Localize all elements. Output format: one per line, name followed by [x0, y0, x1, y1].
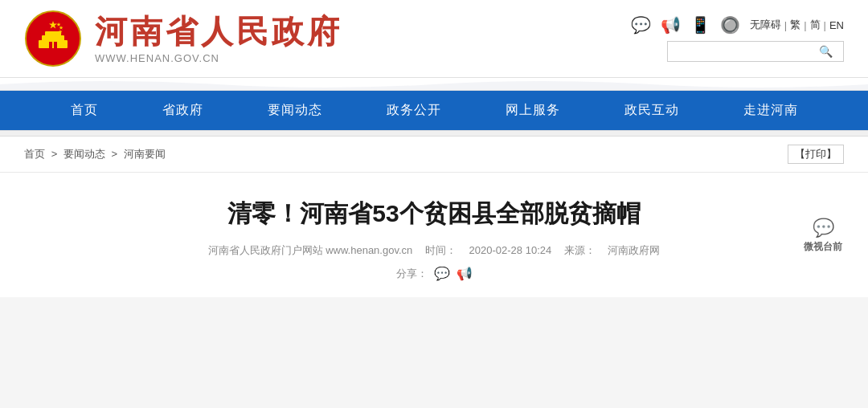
- time-label: 时间：: [425, 244, 457, 256]
- header-icons: 💬 📢 📱 🔘 无障碍 | 繁 | 简 | EN: [631, 15, 844, 35]
- article-title: 清零！河南省53个贫困县全部脱贫摘帽: [48, 197, 820, 231]
- trad-lang-link[interactable]: 繁: [790, 18, 800, 32]
- nav-item-service[interactable]: 网上服务: [473, 91, 592, 130]
- article-meta: 河南省人民政府门户网站 www.henan.gov.cn 时间： 2020-02…: [48, 243, 820, 258]
- search-button[interactable]: 🔍: [819, 45, 833, 58]
- svg-rect-3: [42, 35, 64, 42]
- article-meta-row: 河南省人民政府门户网站 www.henan.gov.cn 时间： 2020-02…: [48, 243, 820, 281]
- nav-item-interaction[interactable]: 政民互动: [592, 91, 711, 130]
- mobile-icon[interactable]: 📱: [690, 15, 710, 35]
- header-links: 无障碍 | 繁 | 简 | EN: [750, 18, 844, 32]
- app-icon[interactable]: 🔘: [720, 15, 740, 35]
- share-row: 分享： 💬 📢: [48, 266, 820, 281]
- weibo-icon[interactable]: 📢: [661, 15, 681, 35]
- en-lang-link[interactable]: EN: [829, 19, 844, 31]
- share-wechat-icon[interactable]: 💬: [434, 266, 450, 281]
- nav-item-gov[interactable]: 省政府: [130, 91, 235, 130]
- article-wrapper: 清零！河南省53个贫困县全部脱贫摘帽 河南省人民政府门户网站 www.henan…: [0, 173, 868, 297]
- search-input[interactable]: [674, 46, 819, 58]
- svg-rect-4: [45, 31, 61, 36]
- source-site: 河南省人民政府门户网站 www.henan.gov.cn: [208, 244, 413, 256]
- breadcrumb-bar: 首页 > 要闻动态 > 河南要闻 【打印】: [0, 137, 868, 173]
- header-right: 💬 📢 📱 🔘 无障碍 | 繁 | 简 | EN 🔍: [631, 15, 844, 62]
- breadcrumb-home[interactable]: 首页: [24, 148, 45, 160]
- search-bar: 🔍: [667, 41, 844, 62]
- section-divider: [0, 130, 868, 137]
- print-button[interactable]: 【打印】: [788, 145, 844, 164]
- page-header: 河南省人民政府 WWW.HENAN.GOV.CN 💬 📢 📱 🔘 无障碍 | 繁…: [0, 0, 868, 78]
- svg-rect-6: [54, 42, 57, 48]
- breadcrumb-level2[interactable]: 河南要闻: [124, 148, 166, 160]
- nav-item-affairs[interactable]: 政务公开: [354, 91, 473, 130]
- nav-item-henan[interactable]: 走进河南: [711, 91, 830, 130]
- header-wave: [0, 78, 868, 91]
- share-weibo-icon[interactable]: 📢: [457, 266, 473, 281]
- national-emblem: [24, 10, 82, 67]
- site-title-block: 河南省人民政府 WWW.HENAN.GOV.CN: [95, 14, 342, 64]
- wechat-icon[interactable]: 💬: [631, 15, 651, 35]
- watermark-wechat-icon: 💬: [813, 217, 834, 238]
- share-label: 分享：: [396, 267, 428, 281]
- source-label: 来源：: [564, 244, 596, 256]
- source-value: 河南政府网: [608, 244, 660, 256]
- time-value: 2020-02-28 10:24: [469, 244, 552, 256]
- nav-bar: 首页 省政府 要闻动态 政务公开 网上服务 政民互动 走进河南: [0, 91, 868, 130]
- article-area: 清零！河南省53个贫困县全部脱贫摘帽 河南省人民政府门户网站 www.henan…: [0, 173, 868, 297]
- breadcrumb: 首页 > 要闻动态 > 河南要闻: [24, 147, 166, 161]
- site-title: 河南省人民政府: [95, 14, 342, 49]
- watermark-block: 💬 微视台前: [804, 217, 842, 253]
- accessibility-link[interactable]: 无障碍: [750, 18, 781, 32]
- svg-rect-5: [49, 42, 52, 48]
- simp-lang-link[interactable]: 简: [810, 18, 821, 32]
- site-url: WWW.HENAN.GOV.CN: [95, 52, 342, 64]
- breadcrumb-level1[interactable]: 要闻动态: [63, 148, 105, 160]
- watermark-label: 微视台前: [804, 239, 842, 253]
- nav-item-home[interactable]: 首页: [39, 91, 130, 130]
- nav-item-news[interactable]: 要闻动态: [235, 91, 354, 130]
- header-left: 河南省人民政府 WWW.HENAN.GOV.CN: [24, 10, 342, 67]
